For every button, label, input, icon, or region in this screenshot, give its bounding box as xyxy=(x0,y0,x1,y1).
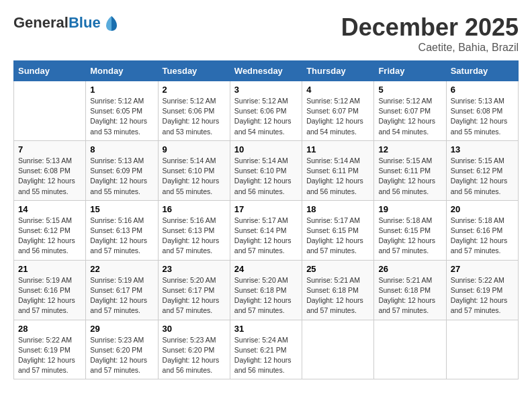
week-row-2: 14Sunrise: 5:15 AMSunset: 6:12 PMDayligh… xyxy=(14,200,519,260)
location: Caetite, Bahia, Brazil xyxy=(341,42,519,54)
day-info: Sunrise: 5:14 AMSunset: 6:11 PMDaylight:… xyxy=(306,156,369,197)
day-info: Sunrise: 5:17 AMSunset: 6:15 PMDaylight:… xyxy=(306,216,369,257)
calendar-cell: 7Sunrise: 5:13 AMSunset: 6:08 PMDaylight… xyxy=(14,140,86,200)
calendar-cell xyxy=(14,81,86,141)
day-number: 31 xyxy=(234,324,298,334)
day-number: 1 xyxy=(90,85,153,95)
week-row-3: 21Sunrise: 5:19 AMSunset: 6:16 PMDayligh… xyxy=(14,260,519,320)
day-info: Sunrise: 5:12 AMSunset: 6:06 PMDaylight:… xyxy=(163,96,226,137)
day-header-saturday: Saturday xyxy=(446,61,518,81)
day-number: 7 xyxy=(18,144,81,154)
day-info: Sunrise: 5:12 AMSunset: 6:05 PMDaylight:… xyxy=(90,96,153,137)
day-number: 8 xyxy=(90,144,153,154)
calendar-cell: 1Sunrise: 5:12 AMSunset: 6:05 PMDaylight… xyxy=(86,81,158,141)
calendar-cell: 4Sunrise: 5:12 AMSunset: 6:07 PMDaylight… xyxy=(302,81,374,141)
day-info: Sunrise: 5:12 AMSunset: 6:06 PMDaylight:… xyxy=(234,96,298,137)
day-number: 11 xyxy=(306,144,369,154)
day-info: Sunrise: 5:21 AMSunset: 6:18 PMDaylight:… xyxy=(306,275,369,316)
day-info: Sunrise: 5:23 AMSunset: 6:20 PMDaylight:… xyxy=(163,335,226,376)
calendar-cell: 17Sunrise: 5:17 AMSunset: 6:14 PMDayligh… xyxy=(230,200,302,260)
day-number: 28 xyxy=(18,324,81,334)
title-area: December 2025 Caetite, Bahia, Brazil xyxy=(341,13,519,54)
calendar-cell: 16Sunrise: 5:16 AMSunset: 6:13 PMDayligh… xyxy=(158,200,230,260)
logo-blue-text: Blue xyxy=(69,14,101,31)
calendar-cell: 5Sunrise: 5:12 AMSunset: 6:07 PMDaylight… xyxy=(374,81,446,141)
day-header-monday: Monday xyxy=(86,61,158,81)
day-info: Sunrise: 5:15 AMSunset: 6:12 PMDaylight:… xyxy=(18,216,81,257)
day-number: 16 xyxy=(163,204,226,214)
day-info: Sunrise: 5:15 AMSunset: 6:11 PMDaylight:… xyxy=(378,156,441,197)
day-info: Sunrise: 5:16 AMSunset: 6:13 PMDaylight:… xyxy=(90,216,153,257)
calendar-table: SundayMondayTuesdayWednesdayThursdayFrid… xyxy=(13,60,519,379)
day-header-thursday: Thursday xyxy=(302,61,374,81)
calendar-cell: 10Sunrise: 5:14 AMSunset: 6:10 PMDayligh… xyxy=(230,140,302,200)
day-number: 15 xyxy=(90,204,153,214)
calendar-cell: 9Sunrise: 5:14 AMSunset: 6:10 PMDaylight… xyxy=(158,140,230,200)
calendar-header: SundayMondayTuesdayWednesdayThursdayFrid… xyxy=(14,61,519,81)
day-info: Sunrise: 5:16 AMSunset: 6:13 PMDaylight:… xyxy=(163,216,226,257)
calendar-cell: 29Sunrise: 5:23 AMSunset: 6:20 PMDayligh… xyxy=(86,320,158,379)
week-row-0: 1Sunrise: 5:12 AMSunset: 6:05 PMDaylight… xyxy=(14,81,519,141)
day-info: Sunrise: 5:18 AMSunset: 6:15 PMDaylight:… xyxy=(378,216,441,257)
day-number: 22 xyxy=(90,264,153,274)
calendar-cell xyxy=(446,320,518,379)
calendar-cell: 24Sunrise: 5:20 AMSunset: 6:18 PMDayligh… xyxy=(230,260,302,320)
calendar-cell: 19Sunrise: 5:18 AMSunset: 6:15 PMDayligh… xyxy=(374,200,446,260)
logo-general-text: General xyxy=(13,14,69,31)
calendar-cell: 22Sunrise: 5:19 AMSunset: 6:17 PMDayligh… xyxy=(86,260,158,320)
day-info: Sunrise: 5:12 AMSunset: 6:07 PMDaylight:… xyxy=(378,96,441,137)
day-info: Sunrise: 5:19 AMSunset: 6:16 PMDaylight:… xyxy=(18,275,81,316)
calendar-cell: 21Sunrise: 5:19 AMSunset: 6:16 PMDayligh… xyxy=(14,260,86,320)
day-number: 17 xyxy=(234,204,298,214)
day-number: 10 xyxy=(234,144,298,154)
day-info: Sunrise: 5:12 AMSunset: 6:07 PMDaylight:… xyxy=(306,96,369,137)
header-row: SundayMondayTuesdayWednesdayThursdayFrid… xyxy=(14,61,519,81)
calendar-cell xyxy=(302,320,374,379)
month-year: December 2025 xyxy=(341,13,519,42)
day-info: Sunrise: 5:13 AMSunset: 6:09 PMDaylight:… xyxy=(90,156,153,197)
day-info: Sunrise: 5:23 AMSunset: 6:20 PMDaylight:… xyxy=(90,335,153,376)
week-row-4: 28Sunrise: 5:22 AMSunset: 6:19 PMDayligh… xyxy=(14,320,519,379)
day-info: Sunrise: 5:20 AMSunset: 6:18 PMDaylight:… xyxy=(234,275,298,316)
week-row-1: 7Sunrise: 5:13 AMSunset: 6:08 PMDaylight… xyxy=(14,140,519,200)
day-info: Sunrise: 5:13 AMSunset: 6:08 PMDaylight:… xyxy=(18,156,81,197)
calendar-cell: 23Sunrise: 5:20 AMSunset: 6:17 PMDayligh… xyxy=(158,260,230,320)
calendar-cell: 8Sunrise: 5:13 AMSunset: 6:09 PMDaylight… xyxy=(86,140,158,200)
day-info: Sunrise: 5:14 AMSunset: 6:10 PMDaylight:… xyxy=(163,156,226,197)
day-info: Sunrise: 5:24 AMSunset: 6:21 PMDaylight:… xyxy=(234,335,298,376)
day-header-tuesday: Tuesday xyxy=(158,61,230,81)
day-number: 27 xyxy=(451,264,514,274)
day-number: 12 xyxy=(378,144,441,154)
day-number: 19 xyxy=(378,204,441,214)
calendar-cell: 12Sunrise: 5:15 AMSunset: 6:11 PMDayligh… xyxy=(374,140,446,200)
calendar-cell: 18Sunrise: 5:17 AMSunset: 6:15 PMDayligh… xyxy=(302,200,374,260)
day-info: Sunrise: 5:19 AMSunset: 6:17 PMDaylight:… xyxy=(90,275,153,316)
day-info: Sunrise: 5:17 AMSunset: 6:14 PMDaylight:… xyxy=(234,216,298,257)
calendar-cell: 6Sunrise: 5:13 AMSunset: 6:08 PMDaylight… xyxy=(446,81,518,141)
logo: GeneralBlue xyxy=(13,13,121,32)
calendar-cell: 3Sunrise: 5:12 AMSunset: 6:06 PMDaylight… xyxy=(230,81,302,141)
day-number: 9 xyxy=(163,144,226,154)
day-number: 5 xyxy=(378,85,441,95)
day-number: 23 xyxy=(163,264,226,274)
calendar-cell: 20Sunrise: 5:18 AMSunset: 6:16 PMDayligh… xyxy=(446,200,518,260)
day-number: 6 xyxy=(451,85,514,95)
day-header-friday: Friday xyxy=(374,61,446,81)
calendar-cell: 14Sunrise: 5:15 AMSunset: 6:12 PMDayligh… xyxy=(14,200,86,260)
day-number: 4 xyxy=(306,85,369,95)
day-info: Sunrise: 5:18 AMSunset: 6:16 PMDaylight:… xyxy=(451,216,514,257)
day-number: 29 xyxy=(90,324,153,334)
day-number: 14 xyxy=(18,204,81,214)
calendar-cell: 26Sunrise: 5:21 AMSunset: 6:18 PMDayligh… xyxy=(374,260,446,320)
day-info: Sunrise: 5:22 AMSunset: 6:19 PMDaylight:… xyxy=(18,335,81,376)
day-number: 18 xyxy=(306,204,369,214)
calendar-cell: 15Sunrise: 5:16 AMSunset: 6:13 PMDayligh… xyxy=(86,200,158,260)
day-header-sunday: Sunday xyxy=(14,61,86,81)
day-number: 21 xyxy=(18,264,81,274)
day-info: Sunrise: 5:22 AMSunset: 6:19 PMDaylight:… xyxy=(451,275,514,316)
calendar-body: 1Sunrise: 5:12 AMSunset: 6:05 PMDaylight… xyxy=(14,81,519,379)
day-info: Sunrise: 5:15 AMSunset: 6:12 PMDaylight:… xyxy=(451,156,514,197)
calendar-cell xyxy=(374,320,446,379)
day-number: 25 xyxy=(306,264,369,274)
calendar-cell: 25Sunrise: 5:21 AMSunset: 6:18 PMDayligh… xyxy=(302,260,374,320)
